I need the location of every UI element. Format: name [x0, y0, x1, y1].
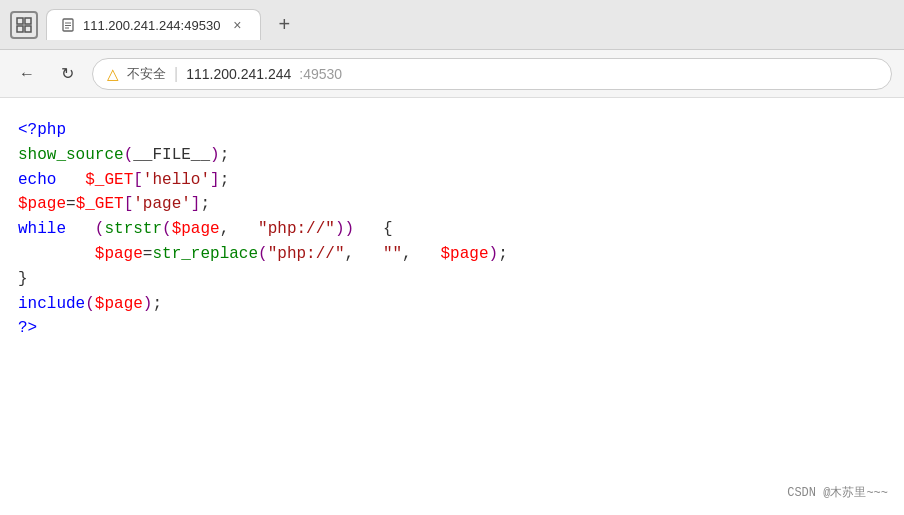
not-secure-label: 不安全	[127, 65, 166, 83]
back-button[interactable]: ←	[12, 59, 42, 89]
tab-url-label: 111.200.241.244:49530	[83, 18, 220, 33]
url-port: :49530	[299, 66, 342, 82]
code-line-9: ?>	[18, 316, 886, 341]
code-line-6: $page=str_replace("php://", "", $page);	[18, 242, 886, 267]
address-divider: |	[174, 65, 178, 83]
reload-button[interactable]: ↻	[52, 59, 82, 89]
new-tab-button[interactable]: +	[269, 10, 299, 40]
code-line-3: echo $_GET['hello'];	[18, 168, 886, 193]
title-bar: 111.200.241.244:49530 × +	[0, 0, 904, 50]
code-line-8: include($page);	[18, 292, 886, 317]
svg-rect-2	[17, 26, 23, 32]
nav-bar: ← ↻ △ 不安全 | 111.200.241.244:49530	[0, 50, 904, 98]
code-line-5: while (strstr($page, "php://")) {	[18, 217, 886, 242]
page-icon	[61, 18, 75, 32]
security-warning-icon: △	[107, 65, 119, 83]
php-open-tag: <?php	[18, 121, 66, 139]
svg-rect-0	[17, 18, 23, 24]
svg-rect-1	[25, 18, 31, 24]
code-line-4: $page=$_GET['page'];	[18, 192, 886, 217]
watermark: CSDN @木苏里~~~	[787, 484, 888, 503]
code-line-1: <?php	[18, 118, 886, 143]
code-line-2: show_source(__FILE__);	[18, 143, 886, 168]
code-line-7: }	[18, 267, 886, 292]
php-close-tag: ?>	[18, 319, 37, 337]
address-bar[interactable]: △ 不安全 | 111.200.241.244:49530	[92, 58, 892, 90]
svg-rect-3	[25, 26, 31, 32]
tab-close-button[interactable]: ×	[228, 16, 246, 34]
code-content: <?php show_source(__FILE__); echo $_GET[…	[0, 98, 904, 515]
active-tab[interactable]: 111.200.241.244:49530 ×	[46, 9, 261, 40]
browser-icon[interactable]	[10, 11, 38, 39]
url-base: 111.200.241.244	[186, 66, 291, 82]
